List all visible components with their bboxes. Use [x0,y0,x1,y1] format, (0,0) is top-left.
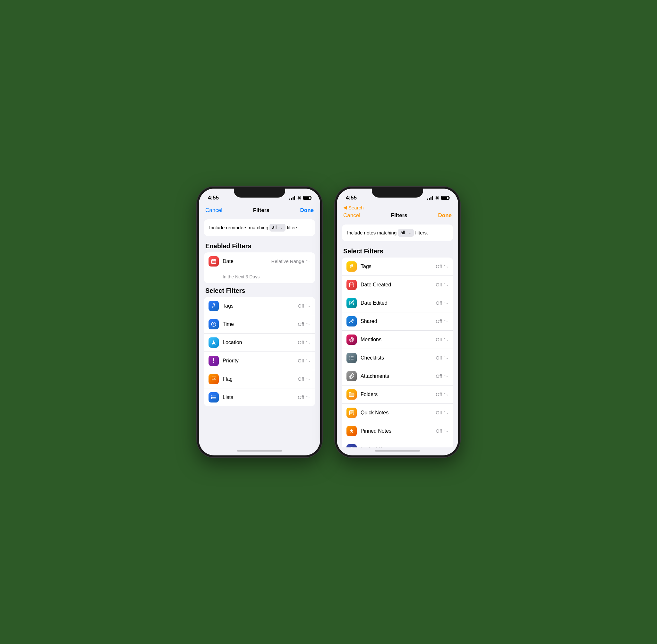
scroll-content-1: Include reminders matching all ⌃⌄ filter… [199,216,320,447]
priority-value: Off ⌃⌄ [298,358,311,363]
nav-bar-1: Cancel Filters Done [199,205,320,216]
flag-value: Off ⌃⌄ [298,376,311,382]
volume-up-button-2 [335,225,335,238]
volume-up-button [197,225,197,238]
svg-rect-13 [349,283,354,287]
folders-filter[interactable]: Folders Off ⌃⌄ [342,386,453,404]
screen-1: 4:55 ⌘ Cancel Filters Done [199,189,320,455]
matching-stepper-1[interactable]: all ⌃⌄ [270,224,286,232]
enabled-section-title: Enabled Filters [205,243,314,250]
shared-icon [346,316,357,326]
nav-title-2: Filters [391,212,407,219]
status-icons-2: ⌘ [427,196,449,201]
checklists-label: Checklists [361,355,432,361]
location-filter-item[interactable]: Location Off ⌃⌄ [204,334,315,352]
svg-point-11 [211,397,212,398]
screen-2: 4:55 ⌘ ◀ Search Cancel [337,189,458,455]
checklists-filter[interactable]: Checklists Off ⌃⌄ [342,349,453,367]
back-label: Search [348,205,364,210]
nav-bar-2: Cancel Filters Done [337,212,458,221]
home-indicator-2 [375,450,420,452]
date-filter-label: Date [223,258,267,264]
location-value: Off ⌃⌄ [298,340,311,345]
attachments-label: Attachments [361,373,432,379]
wifi-icon-2: ⌘ [435,196,439,201]
enabled-filters-section: Enabled Filters [204,243,315,283]
svg-point-17 [350,320,352,322]
shared-filter[interactable]: Shared Off ⌃⌄ [342,313,453,331]
done-button-1[interactable]: Done [300,207,314,214]
svg-point-19 [349,356,350,357]
signal-icon-1 [289,196,295,200]
attachments-value: Off ⌃⌄ [436,373,449,379]
quick-notes-label: Quick Notes [361,410,432,416]
shared-label: Shared [361,319,432,324]
time-icon [208,319,219,329]
priority-icon: ! [208,356,219,366]
quick-notes-filter[interactable]: Quick Notes Off ⌃⌄ [342,404,453,422]
date-filter-value: Relative Range ⌃⌄ [271,258,311,264]
lists-label: Lists [223,394,294,400]
cancel-button-2[interactable]: Cancel [343,212,360,219]
quick-notes-icon [346,408,357,418]
notch [234,187,285,198]
summary-prefix-1: Include reminders matching [209,224,268,231]
select-section-title-1: Select Filters [205,287,314,294]
silent-switch [197,215,197,224]
volume-down-button-2 [335,242,335,255]
locked-notes-filter[interactable]: Locked Notes Off ⌃⌄ [342,440,453,447]
mentions-label: Mentions [361,337,432,343]
notes-tags-icon: # [346,261,357,272]
summary-box-1: Include reminders matching all ⌃⌄ filter… [204,220,315,236]
svg-point-21 [349,357,350,358]
svg-point-23 [349,359,350,360]
select-filter-list-1: # Tags Off ⌃⌄ Time [204,297,315,406]
mentions-value: Off ⌃⌄ [436,337,449,342]
date-created-icon [346,280,357,290]
attachments-filter[interactable]: Attachments Off ⌃⌄ [342,367,453,386]
select-filters-section-1: Select Filters # Tags Off ⌃⌄ [204,287,315,406]
pinned-notes-value: Off ⌃⌄ [436,428,449,434]
nav-title-1: Filters [253,207,270,214]
notes-tags-value: Off ⌃⌄ [436,263,449,269]
location-icon [208,338,219,348]
battery-icon-1 [303,196,311,200]
flag-filter-item[interactable]: Flag Off ⌃⌄ [204,370,315,388]
pinned-notes-filter[interactable]: Pinned Notes Off ⌃⌄ [342,422,453,440]
svg-point-18 [352,319,353,320]
battery-icon-2 [441,196,449,200]
date-created-filter[interactable]: Date Created Off ⌃⌄ [342,276,453,294]
quick-notes-value: Off ⌃⌄ [436,410,449,415]
folders-value: Off ⌃⌄ [436,392,449,397]
matching-stepper-2[interactable]: all ⌃⌄ [398,229,414,237]
enabled-date-filter[interactable]: Date Relative Range ⌃⌄ In the Next 3 Day… [204,252,315,283]
mentions-filter[interactable]: @ Mentions Off ⌃⌄ [342,331,453,349]
back-bar: ◀ Search [337,205,458,212]
back-link[interactable]: ◀ Search [343,205,452,210]
select-section-title-2: Select Filters [343,248,452,255]
attachments-icon [346,371,357,381]
tags-icon: # [208,301,219,311]
done-button-2[interactable]: Done [438,212,452,219]
notch-2 [372,187,423,198]
lists-filter-item[interactable]: Lists Off ⌃⌄ [204,388,315,406]
cancel-button-1[interactable]: Cancel [205,207,222,214]
priority-label: Priority [223,358,294,364]
svg-marker-6 [212,340,216,345]
status-icons-1: ⌘ [289,196,311,201]
side-button-2 [460,232,460,254]
locked-notes-label: Locked Notes [361,446,432,447]
date-filter-subtext: In the Next 3 Days [204,274,264,283]
priority-filter-item[interactable]: ! Priority Off ⌃⌄ [204,352,315,370]
time-filter-item[interactable]: Time Off ⌃⌄ [204,315,315,334]
date-edited-filter[interactable]: Date Edited Off ⌃⌄ [342,294,453,313]
phone-2: 4:55 ⌘ ◀ Search Cancel [335,187,460,457]
select-filters-section-2: Select Filters # Tags Off ⌃⌄ [342,248,453,447]
lists-icon [208,392,219,402]
summary-box-2: Include notes matching all ⌃⌄ filters. [342,225,453,241]
flag-icon [208,374,219,384]
mentions-icon: @ [346,335,357,345]
date-edited-value: Off ⌃⌄ [436,300,449,306]
tags-filter-item[interactable]: # Tags Off ⌃⌄ [204,297,315,315]
notes-tags-filter[interactable]: # Tags Off ⌃⌄ [342,257,453,276]
